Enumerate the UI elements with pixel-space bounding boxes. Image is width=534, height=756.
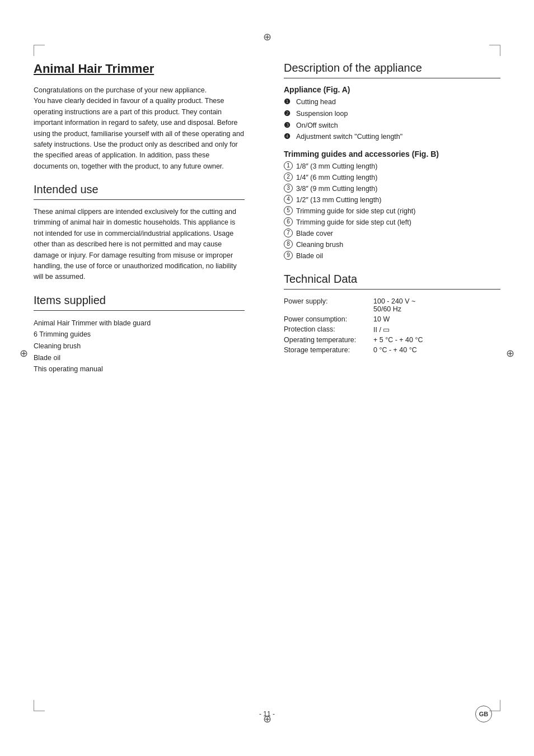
items-supplied-section: Items supplied Animal Hair Trimmer with … <box>34 294 245 375</box>
list-item: 8 Cleaning brush <box>284 239 500 250</box>
trim-num-8: 8 <box>284 240 293 249</box>
intended-use-title: Intended use <box>34 183 245 196</box>
list-item: 3 3/8″ (9 mm Cutting length) <box>284 183 500 194</box>
technical-data-header: Technical Data <box>284 273 500 290</box>
right-column: Description of the appliance Appliance (… <box>278 62 500 386</box>
page-number: - 11 - <box>259 710 275 718</box>
items-supplied-divider <box>34 310 245 311</box>
table-row: Operating temperature: + 5 °C - + 40 °C <box>284 335 500 345</box>
list-item: This operating manual <box>34 363 245 375</box>
appliance-fig-title: Appliance (Fig. A) <box>284 85 500 94</box>
list-item: ❹ Adjustment switch "Cutting length" <box>284 131 500 143</box>
tech-value-protection: II / ▭ <box>373 324 500 335</box>
corner-bl <box>34 700 45 711</box>
description-divider <box>284 78 500 78</box>
appliance-item-2: Suspension loop <box>296 108 348 119</box>
list-item: Blade oil <box>34 352 245 364</box>
crosshair-mid-right: ⊕ <box>506 347 514 360</box>
appliance-num-3: ❸ <box>284 120 293 132</box>
intro-section: Congratulations on the purchase of your … <box>34 85 245 172</box>
intended-use-divider <box>34 199 245 200</box>
corner-tl <box>34 45 45 56</box>
trim-item-7: Blade cover <box>296 228 333 239</box>
items-supplied-header: Items supplied <box>34 294 245 311</box>
appliance-list: ❶ Cutting head ❷ Suspension loop ❸ On/Of… <box>284 96 500 143</box>
list-item: ❶ Cutting head <box>284 96 500 108</box>
trim-num-4: 4 <box>284 195 293 204</box>
trim-num-3: 3 <box>284 184 293 193</box>
crosshair-mid-left: ⊕ <box>20 347 28 360</box>
tech-value-power-consumption: 10 W <box>373 314 500 324</box>
tech-label-storage-temp: Storage temperature: <box>284 345 373 355</box>
list-item: 7 Blade cover <box>284 228 500 239</box>
intro-text: Congratulations on the purchase of your … <box>34 85 245 172</box>
trimming-fig-title: Trimming guides and accessories (Fig. B) <box>284 150 500 158</box>
list-item: 2 1/4″ (6 mm Cutting length) <box>284 172 500 183</box>
trim-item-6: Trimming guide for side step cut (left) <box>296 217 411 228</box>
list-item: 9 Blade oil <box>284 250 500 262</box>
trim-item-1: 1/8″ (3 mm Cutting length) <box>296 161 377 172</box>
tech-value-op-temp: + 5 °C - + 40 °C <box>373 335 500 345</box>
list-item: Cleaning brush <box>34 340 245 352</box>
trim-num-9: 9 <box>284 251 293 260</box>
trimming-list: 1 1/8″ (3 mm Cutting length) 2 1/4″ (6 m… <box>284 161 500 262</box>
description-header: Description of the appliance <box>284 62 500 78</box>
appliance-num-1: ❶ <box>284 96 293 108</box>
items-list: Animal Hair Trimmer with blade guard 6 T… <box>34 318 245 375</box>
appliance-item-1: Cutting head <box>296 96 336 108</box>
list-item: ❷ Suspension loop <box>284 108 500 120</box>
tech-label-power-consumption: Power consumption: <box>284 314 373 324</box>
list-item: 6 Trimming guide for side step cut (left… <box>284 217 500 228</box>
table-row: Power consumption: 10 W <box>284 314 500 324</box>
technical-data-title: Technical Data <box>284 273 500 286</box>
page: ⊕ ⊕ ⊕ ⊕ Animal Hair Trimmer Congratulati… <box>0 0 534 756</box>
trim-item-2: 1/4″ (6 mm Cutting length) <box>296 172 377 183</box>
technical-data-section: Technical Data Power supply: 100 - 240 V… <box>284 273 500 355</box>
description-title: Description of the appliance <box>284 62 500 74</box>
appliance-num-2: ❷ <box>284 108 293 120</box>
tech-label-power-supply: Power supply: <box>284 296 373 314</box>
table-row: Storage temperature: 0 °C - + 40 °C <box>284 345 500 355</box>
table-row: Protection class: II / ▭ <box>284 324 500 335</box>
left-column: Animal Hair Trimmer Congratulations on t… <box>34 62 256 386</box>
table-row: Power supply: 100 - 240 V ~50/60 Hz <box>284 296 500 314</box>
trim-num-6: 6 <box>284 217 293 226</box>
language-badge: GB <box>475 706 492 722</box>
list-item: 4 1/2″ (13 mm Cutting length) <box>284 194 500 206</box>
appliance-item-4: Adjustment switch "Cutting length" <box>296 131 402 142</box>
list-item: ❸ On/Off switch <box>284 120 500 132</box>
appliance-num-4: ❹ <box>284 131 293 143</box>
corner-tr <box>489 45 500 56</box>
trim-num-5: 5 <box>284 206 293 215</box>
trim-item-5: Trimming guide for side step cut (right) <box>296 206 416 217</box>
description-section: Description of the appliance Appliance (… <box>284 62 500 262</box>
trim-item-3: 3/8″ (9 mm Cutting length) <box>296 183 377 194</box>
tech-label-op-temp: Operating temperature: <box>284 335 373 345</box>
tech-value-storage-temp: 0 °C - + 40 °C <box>373 345 500 355</box>
trim-num-7: 7 <box>284 228 293 237</box>
list-item: 5 Trimming guide for side step cut (righ… <box>284 206 500 217</box>
appliance-item-3: On/Off switch <box>296 120 338 131</box>
main-title: Animal Hair Trimmer <box>34 62 245 76</box>
intended-use-text: These animal clippers are intended exclu… <box>34 207 245 283</box>
list-item: Animal Hair Trimmer with blade guard <box>34 318 245 329</box>
list-item: 1 1/8″ (3 mm Cutting length) <box>284 161 500 172</box>
items-supplied-title: Items supplied <box>34 294 245 307</box>
trim-num-2: 2 <box>284 172 293 181</box>
trim-item-4: 1/2″ (13 mm Cutting length) <box>296 194 381 206</box>
tech-label-protection: Protection class: <box>284 324 373 335</box>
trim-num-1: 1 <box>284 161 293 170</box>
list-item: 6 Trimming guides <box>34 329 245 340</box>
trim-item-8: Cleaning brush <box>296 239 343 250</box>
crosshair-top: ⊕ <box>263 31 271 43</box>
intended-use-header: Intended use <box>34 183 245 200</box>
main-content: Animal Hair Trimmer Congratulations on t… <box>34 45 500 386</box>
technical-data-table: Power supply: 100 - 240 V ~50/60 Hz Powe… <box>284 296 500 355</box>
technical-data-divider <box>284 289 500 290</box>
intended-use-section: Intended use These animal clippers are i… <box>34 183 245 283</box>
tech-value-power-supply: 100 - 240 V ~50/60 Hz <box>373 296 500 314</box>
trim-item-9: Blade oil <box>296 250 323 262</box>
